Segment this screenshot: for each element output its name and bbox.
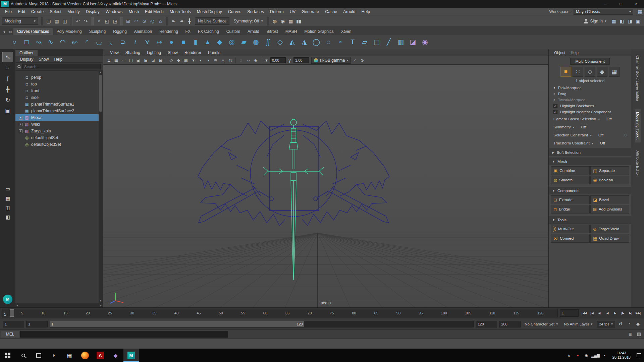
tab-channel-box[interactable]: Channel Box / Layer Editor	[635, 53, 641, 104]
ipr-render-icon[interactable]: ◉	[279, 17, 287, 25]
menu-item[interactable]: Edit Mesh	[142, 9, 167, 14]
poly-disc-icon[interactable]: ◍	[250, 36, 262, 48]
workspace-dropdown[interactable]: Maya Classic ▾	[574, 9, 633, 15]
character-set-dropdown[interactable]: No Character Set▾	[523, 322, 560, 326]
boolean-shelf-icon[interactable]: ◉	[419, 36, 431, 48]
toolbar-group-divider[interactable]	[41, 17, 43, 25]
search-input[interactable]	[22, 64, 101, 69]
menu-item[interactable]: UV	[287, 9, 299, 14]
timeline-tick[interactable]: 90	[396, 311, 400, 315]
uv-mode-icon[interactable]: ▦	[609, 67, 620, 77]
safe-title-icon[interactable]: ⊟	[157, 57, 164, 64]
nurbs-square-icon[interactable]: □	[21, 36, 32, 48]
antivirus-tray-icon[interactable]: ◉	[582, 349, 591, 362]
construction-history-icon[interactable]: ╋	[185, 17, 194, 25]
app-icon-media[interactable]: ◆	[114, 352, 118, 359]
poly-pipe-icon[interactable]: ◇	[274, 36, 286, 48]
current-frame-marker[interactable]	[10, 309, 14, 317]
step-forward-frame-button[interactable]: |▶	[619, 309, 627, 317]
hotbox-toggle-icon[interactable]: ▣	[634, 17, 642, 25]
playback-start-field[interactable]	[26, 321, 48, 327]
nurbs-circle-icon[interactable]: ○	[9, 36, 20, 48]
menu-item[interactable]: Deform	[267, 9, 287, 14]
grid-toggle-icon[interactable]: ▦	[610, 17, 618, 25]
viewport-menu-item[interactable]: Panels	[205, 50, 224, 55]
toolkit-menu-item[interactable]: Help	[568, 51, 581, 55]
viewport-select-icon[interactable]: ≣	[105, 57, 112, 64]
toolbar-group-divider[interactable]	[267, 17, 269, 25]
timeline-tick[interactable]: 95	[419, 311, 423, 315]
toolbar-group-divider[interactable]	[120, 17, 123, 25]
checkbox-highlight-backfaces[interactable]: ✓Highlight Backfaces	[549, 103, 631, 109]
mel-label[interactable]: MEL	[1, 331, 19, 338]
animation-start-field[interactable]	[3, 321, 24, 327]
timeline-tick[interactable]: 25	[108, 311, 112, 315]
pencil-curve-tool-icon[interactable]: ∿	[45, 36, 56, 48]
outliner-item-front[interactable]: ◘front	[15, 87, 99, 94]
snapshot-icon[interactable]: ⊙	[359, 57, 366, 64]
menu-item[interactable]: Cache	[322, 9, 340, 14]
poly-soccerball-icon[interactable]: ◯	[311, 36, 322, 48]
shelf-tab[interactable]: Animation	[130, 28, 156, 35]
select-component-icon[interactable]: ◳	[111, 17, 119, 25]
curve-fillet-icon[interactable]: ◟	[105, 36, 117, 48]
sculpt-cube-icon[interactable]: ▫	[335, 36, 346, 48]
menu-item[interactable]: Mesh Tools	[167, 9, 194, 14]
timeline-tick[interactable]: 85	[374, 311, 378, 315]
time-slider[interactable]: 1 51015202530354045505560657075808590951…	[2, 309, 558, 317]
mesh-section-header[interactable]: ▼Mesh	[549, 158, 631, 165]
timeline-tick[interactable]: 30	[130, 311, 134, 315]
toolbar-group-divider[interactable]	[91, 17, 94, 25]
separate-button[interactable]: ◫Separate	[590, 166, 629, 175]
quad-draw-button[interactable]: ▦Quad Draw	[590, 234, 629, 243]
input-connections-icon[interactable]: ↞	[169, 17, 177, 25]
outliner-toggle-icon[interactable]: ◨	[626, 17, 634, 25]
menu-item[interactable]: Modify	[64, 9, 83, 14]
outliner-scrollbar[interactable]: ▲ ▼	[99, 71, 103, 303]
paint-select-tool-button[interactable]: ∫	[2, 73, 13, 83]
mel-input[interactable]	[20, 331, 228, 338]
shelf-tab[interactable]: Sculpting	[86, 28, 109, 35]
outliner-item-surface1[interactable]: ▦planarTrimmedSurface1	[15, 101, 99, 108]
start-button[interactable]	[0, 349, 15, 362]
attach-curves-icon[interactable]: ⊃	[117, 36, 129, 48]
grid-display-icon[interactable]: ▦	[113, 57, 120, 64]
tools-section-header[interactable]: ▼Tools	[549, 216, 631, 224]
shelf-tab[interactable]: Curves / Surfaces	[13, 28, 53, 35]
vertex-mode-icon[interactable]: ∷	[573, 67, 583, 77]
menu-item[interactable]: Mesh Display	[194, 9, 225, 14]
outliner-menu-item[interactable]: Display	[17, 57, 36, 62]
quad-draw-shelf-icon[interactable]: ▦	[395, 36, 407, 48]
outliner-menu-item[interactable]: Show	[36, 57, 51, 62]
construction-plane-icon[interactable]: ▱	[359, 36, 370, 48]
outliner-item-top[interactable]: ◘top	[15, 81, 99, 87]
insert-knot-icon[interactable]: ⋎	[142, 36, 153, 48]
recording-tray-icon[interactable]: ●	[573, 349, 582, 362]
toolbar-group-divider[interactable]	[166, 17, 168, 25]
timeline-tick[interactable]: 120	[537, 311, 543, 315]
textured-mode-icon[interactable]: ▩	[182, 57, 190, 64]
poly-cube-icon[interactable]: ■	[178, 36, 189, 48]
outliner-item-persp[interactable]: ◘persp	[15, 74, 99, 81]
face-mode-icon[interactable]: ◆	[597, 67, 607, 77]
rotate-tool-button[interactable]: ↻	[2, 95, 13, 105]
shelf-tab[interactable]: XGen	[337, 28, 355, 35]
shelf-tab[interactable]: Poly Modeling	[53, 28, 85, 35]
viewport-menu-item[interactable]: Lighting	[144, 50, 164, 55]
radio-pick-marquee[interactable]: ●Pick/Marquee	[549, 85, 631, 91]
outliner-item-zarys-kola[interactable]: +▧Zarys_koła	[15, 128, 99, 134]
menu-item[interactable]: Mesh	[126, 9, 142, 14]
exposure-field[interactable]	[270, 57, 286, 63]
multi-cut-button[interactable]: ╳Multi-Cut	[551, 225, 590, 233]
timeline-tick[interactable]: 45	[197, 311, 201, 315]
shelf-tab[interactable]: FX	[182, 28, 194, 35]
anti-alias-icon[interactable]: ◬	[219, 57, 226, 64]
taskbar-clock[interactable]: 16:43 20.11.2018	[609, 351, 634, 360]
extrude-button[interactable]: ⊡Extrude	[551, 195, 590, 204]
scroll-left-icon[interactable]: ◂	[16, 304, 18, 307]
exposure-icon[interactable]: ☀	[263, 57, 270, 64]
step-back-key-button[interactable]: |◀	[588, 309, 596, 317]
resolution-gate-icon[interactable]: ◫	[127, 57, 135, 64]
outliner-item-surface2[interactable]: ▦planarTrimmedSurface2	[15, 108, 99, 114]
timeline-tick[interactable]: 10	[41, 311, 45, 315]
